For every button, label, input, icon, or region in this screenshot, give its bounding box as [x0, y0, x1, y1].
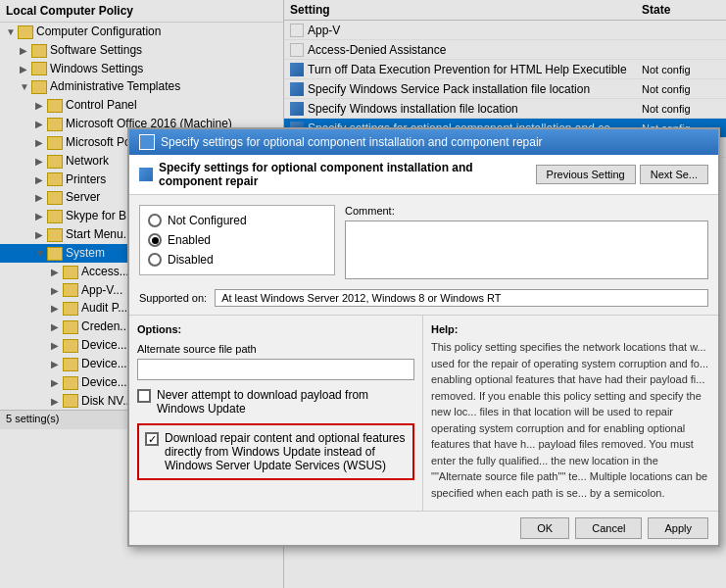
modal-title: Specify settings for optional component … — [161, 135, 543, 149]
radio-circle-not-configured[interactable] — [148, 214, 162, 227]
radio-label-enabled: Enabled — [168, 233, 211, 247]
next-setting-button[interactable]: Next Se... — [640, 165, 708, 184]
modal-icon — [139, 134, 155, 150]
modal-dialog: Specify settings for optional component … — [127, 127, 720, 547]
modal-subtitle-icon — [139, 168, 153, 181]
comment-box[interactable] — [345, 220, 708, 279]
radio-group: Not Configured Enabled Disabled — [139, 205, 335, 275]
alternate-source-input[interactable] — [137, 359, 414, 380]
alternate-source-label: Alternate source file path — [137, 343, 414, 355]
options-input-group: Alternate source file path — [137, 343, 414, 380]
radio-circle-enabled[interactable] — [148, 233, 162, 247]
modal-subtitle-label: Specify settings for optional component … — [159, 161, 528, 188]
cancel-button[interactable]: Cancel — [575, 517, 642, 539]
modal-subtitle-bar: Specify settings for optional component … — [129, 155, 718, 195]
previous-setting-button[interactable]: Previous Setting — [536, 165, 636, 184]
modal-bottom: OKCancelApply — [129, 511, 718, 545]
supported-row: Supported on: At least Windows Server 20… — [129, 289, 718, 315]
checkbox2-box[interactable] — [145, 432, 159, 446]
checkbox1-box[interactable] — [137, 389, 151, 403]
help-title: Help: — [431, 323, 710, 335]
modal-body: Specify settings for optional component … — [129, 155, 718, 545]
options-title: Options: — [137, 323, 414, 335]
ok-button[interactable]: OK — [520, 517, 569, 539]
checkbox1-label: Never attempt to download payload from W… — [157, 388, 414, 416]
radio-item-enabled[interactable]: Enabled — [148, 233, 326, 247]
modal-nav-buttons: Previous Setting Next Se... — [536, 165, 708, 184]
modal-titlebar: Specify settings for optional component … — [129, 129, 718, 155]
comment-label: Comment: — [345, 205, 708, 217]
supported-label: Supported on: — [139, 292, 207, 304]
comment-area: Comment: — [345, 205, 708, 279]
modal-subtitle-text: Specify settings for optional component … — [139, 161, 528, 188]
radio-label-not-configured: Not Configured — [168, 214, 247, 227]
radio-label-disabled: Disabled — [168, 253, 214, 267]
apply-button[interactable]: Apply — [648, 517, 708, 539]
radio-item-disabled[interactable]: Disabled — [148, 253, 326, 267]
main-container: Local Computer Policy ▼Computer Configur… — [0, 0, 726, 588]
help-text: This policy setting specifies the networ… — [431, 339, 710, 501]
modal-left-panel: Not Configured Enabled Disabled — [139, 205, 335, 279]
help-section: Help: This policy setting specifies the … — [423, 316, 718, 511]
radio-item-not-configured[interactable]: Not Configured — [148, 214, 326, 227]
checkbox1-item[interactable]: Never attempt to download payload from W… — [137, 388, 414, 416]
radio-circle-disabled[interactable] — [148, 253, 162, 267]
modal-options-help: Options: Alternate source file path Neve… — [129, 315, 718, 511]
checkbox2-item-highlighted[interactable]: Download repair content and optional fea… — [137, 423, 414, 480]
options-section: Options: Alternate source file path Neve… — [129, 316, 423, 511]
supported-value: At least Windows Server 2012, Windows 8 … — [215, 289, 708, 307]
modal-main-content: Not Configured Enabled Disabled Comment: — [129, 195, 718, 289]
checkbox2-label: Download repair content and optional fea… — [165, 431, 407, 472]
